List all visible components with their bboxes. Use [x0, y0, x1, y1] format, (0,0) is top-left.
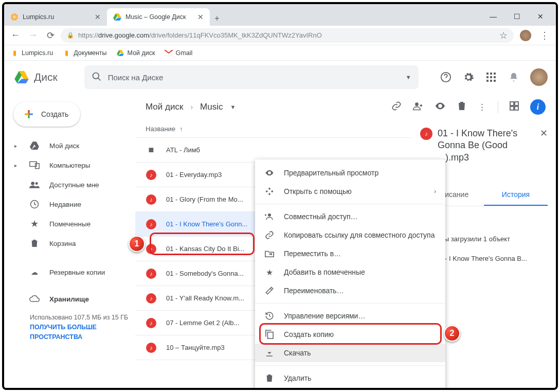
sidebar-item[interactable]: Недавние [4, 194, 135, 214]
app-logo[interactable]: Диск [14, 71, 58, 83]
eye-icon[interactable] [435, 100, 446, 114]
drive-icon [113, 13, 121, 21]
audio-file-icon: ♪ [146, 170, 156, 180]
close-icon[interactable]: ✕ [95, 13, 101, 21]
context-menu-item[interactable]: Открыть с помощью› [255, 182, 445, 201]
file-name: 01 - Glory (From the Mo... [166, 195, 243, 203]
search-input[interactable]: Поиск на Диске ▼ [84, 65, 419, 89]
apps-grid-icon[interactable] [485, 71, 497, 83]
close-window-icon[interactable]: ✕ [534, 12, 547, 21]
url-input[interactable]: 🔒 https://drive.google.com/drive/folders… [61, 28, 514, 43]
tab-title: Music – Google Диск [125, 13, 186, 21]
link-icon[interactable] [391, 101, 402, 114]
audio-file-icon: ♪ [146, 219, 156, 229]
expand-icon: ▸ [14, 163, 20, 168]
context-menu-item[interactable]: Переместить в… [255, 244, 445, 263]
link-icon [264, 230, 275, 240]
tab-history[interactable]: История [484, 184, 548, 206]
context-menu-item[interactable]: Управление версиями… [255, 307, 445, 325]
bookmark-star-icon[interactable]: ☆ [499, 30, 508, 41]
svg-rect-6 [494, 73, 496, 75]
context-menu-item[interactable]: Создать копию [255, 325, 445, 344]
account-avatar[interactable] [530, 68, 548, 86]
expand-icon: ▸ [14, 143, 20, 149]
more-icon[interactable]: ⋮ [478, 102, 486, 113]
file-name: 01 - Kansas City Do It Bi... [166, 245, 244, 253]
sidebar: Создать ▸Мой диск▸КомпьютерыДоступные мн… [4, 94, 135, 388]
new-tab-button[interactable]: + [210, 11, 224, 26]
close-icon[interactable]: ✕ [540, 128, 548, 139]
file-row[interactable]: ■ATL - Лимб [135, 138, 412, 163]
minimize-icon[interactable]: — [487, 12, 499, 21]
sidebar-item[interactable]: ▸Мой диск [4, 136, 135, 155]
audio-file-icon: ♪ [146, 244, 156, 254]
svg-point-23 [268, 213, 271, 217]
close-icon[interactable]: ✕ [197, 13, 204, 21]
context-menu-item[interactable]: Скачать [255, 344, 445, 362]
sidebar-item[interactable]: ★Помеченные [4, 214, 135, 234]
bookmark-item[interactable]: ▮Документы [62, 49, 106, 57]
eye-icon [264, 168, 275, 177]
bookmark-item[interactable]: Мой диск [116, 49, 155, 57]
trash-icon [264, 373, 275, 383]
breadcrumb-folder[interactable]: Music [200, 102, 223, 112]
log-file: 01 - I Know There's Gonna B... [436, 255, 527, 262]
browser-tab-bar: Lumpics.ru ✕ Music – Google Диск ✕ + — ☐… [4, 4, 556, 26]
sidebar-item-storage[interactable]: Хранилище [4, 289, 135, 309]
info-button-active[interactable]: i [530, 99, 546, 115]
bookmark-item[interactable]: Gmail [165, 49, 193, 57]
svg-rect-22 [515, 106, 518, 110]
gmail-icon [165, 49, 173, 57]
context-menu-item[interactable]: Удалить [255, 369, 445, 387]
breadcrumb: Мой диск › Music ▼ ⋮ i [135, 94, 556, 120]
browser-menu-icon[interactable]: ⋮ [537, 28, 552, 43]
sidebar-item[interactable]: Доступные мне [4, 175, 135, 194]
maximize-icon[interactable]: ☐ [511, 12, 523, 21]
history-icon [264, 311, 275, 320]
chevron-down-icon[interactable]: ▼ [406, 74, 411, 80]
cloud-outline-icon [29, 295, 40, 302]
context-menu-item[interactable]: Предварительный просмотр [255, 164, 445, 182]
sort-arrow-icon: ↑ [179, 125, 183, 133]
browser-tab[interactable]: Lumpics.ru ✕ [4, 8, 107, 26]
sidebar-item[interactable]: ▸Компьютеры [4, 155, 135, 175]
context-menu-item[interactable]: ★Добавить в помеченные [255, 263, 445, 281]
clock-icon [29, 200, 40, 209]
svg-rect-7 [486, 76, 489, 78]
context-menu-item[interactable]: Копировать ссылку для совместного доступ… [255, 226, 445, 244]
notifications-icon[interactable] [508, 71, 520, 83]
folder-icon: ▮ [10, 49, 19, 57]
svg-rect-5 [490, 73, 492, 75]
create-button[interactable]: Создать [13, 102, 80, 127]
reload-button[interactable]: ⟳ [43, 28, 58, 43]
chevron-down-icon[interactable]: ▼ [230, 104, 236, 110]
browser-tab[interactable]: Music – Google Диск ✕ [107, 8, 210, 26]
audio-file-icon: ♪ [146, 293, 156, 304]
back-button[interactable]: ← [8, 28, 23, 43]
annotation-marker-2: 2 [444, 325, 460, 342]
trash-icon[interactable] [457, 101, 466, 114]
download-icon [264, 348, 275, 358]
column-header[interactable]: Название ↑ [135, 120, 412, 138]
gear-icon[interactable] [462, 71, 475, 83]
storage-upgrade-link[interactable]: ПОЛУЧИТЬ БОЛЬШЕ ПРОСТРАНСТВА [30, 323, 135, 342]
forward-button[interactable]: → [26, 28, 40, 43]
file-name: 07 - Lemme Get 2 (Alb... [166, 319, 239, 327]
audio-file-icon: ♪ [146, 318, 156, 328]
svg-point-16 [35, 182, 38, 185]
sidebar-item-backups[interactable]: ☁ Резервные копии [4, 262, 135, 282]
bookmark-item[interactable]: ▮Lumpics.ru [10, 49, 53, 57]
context-menu-item[interactable]: Переименовать… [255, 281, 445, 300]
context-menu-item[interactable]: Совместный доступ… [255, 207, 445, 226]
app-header: Диск Поиск на Диске ▼ [4, 61, 556, 94]
help-icon[interactable] [440, 71, 452, 83]
audio-file-icon: ♪ [146, 269, 156, 279]
audio-file-icon: ♪ [146, 343, 156, 353]
cloud-icon: ☁ [29, 268, 40, 276]
grid-view-icon[interactable] [510, 101, 519, 113]
chevron-right-icon: › [190, 103, 193, 111]
breadcrumb-root[interactable]: Мой диск [146, 102, 183, 112]
person-add-icon[interactable] [413, 101, 423, 114]
profile-avatar[interactable] [520, 30, 531, 41]
sidebar-item[interactable]: Корзина [4, 234, 135, 253]
